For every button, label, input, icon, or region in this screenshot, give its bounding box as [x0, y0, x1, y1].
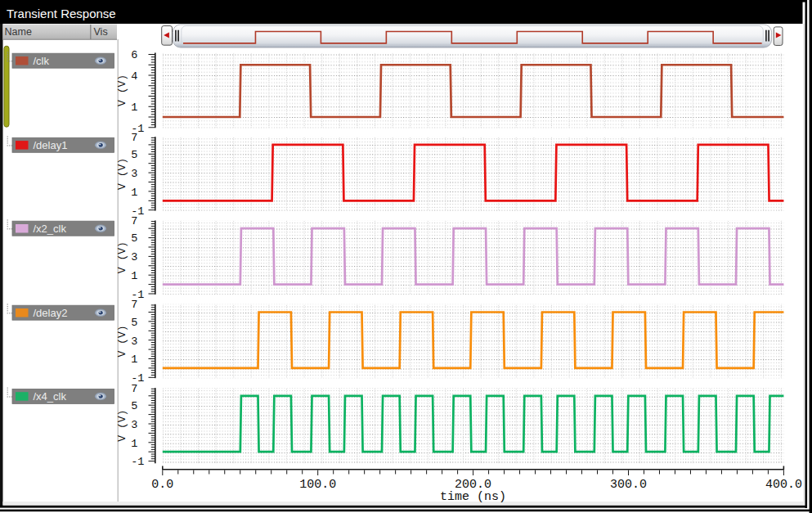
- svg-text:7: 7: [131, 215, 137, 227]
- svg-text:1: 1: [131, 438, 137, 450]
- svg-text:V (V): V (V): [116, 158, 128, 190]
- svg-text:7: 7: [131, 132, 137, 144]
- svg-text:1: 1: [131, 270, 137, 282]
- svg-text:7: 7: [131, 383, 137, 395]
- svg-text:/delay1: /delay1: [34, 139, 68, 151]
- svg-text:3: 3: [131, 251, 137, 263]
- svg-text:5: 5: [131, 400, 137, 412]
- svg-text:/x2_clk: /x2_clk: [34, 223, 67, 235]
- svg-text:V (V): V (V): [116, 241, 128, 273]
- svg-text:V (V): V (V): [116, 325, 128, 357]
- svg-text:3: 3: [131, 335, 137, 348]
- svg-text:3: 3: [131, 168, 137, 180]
- svg-text:300.0: 300.0: [610, 478, 647, 492]
- svg-text:400.0: 400.0: [765, 478, 802, 492]
- svg-text:V (V): V (V): [116, 74, 128, 106]
- svg-text:1: 1: [131, 187, 137, 199]
- svg-text:time (ns): time (ns): [440, 490, 506, 504]
- svg-text:Vis: Vis: [94, 26, 108, 38]
- svg-text:7: 7: [131, 299, 137, 311]
- svg-text:0.0: 0.0: [151, 478, 173, 492]
- svg-text:5: 5: [131, 149, 137, 161]
- svg-text:-1: -1: [131, 456, 144, 468]
- svg-text:/delay2: /delay2: [34, 307, 68, 319]
- svg-text:Transient Response: Transient Response: [7, 7, 116, 20]
- svg-text:Name: Name: [5, 26, 32, 38]
- svg-text:5: 5: [131, 317, 137, 329]
- svg-text:5: 5: [131, 232, 137, 245]
- svg-text:3: 3: [131, 419, 137, 431]
- svg-text:100.0: 100.0: [299, 478, 336, 492]
- svg-text:V (V): V (V): [116, 410, 128, 442]
- svg-text:/clk: /clk: [34, 55, 50, 67]
- svg-text:6: 6: [131, 49, 137, 61]
- svg-text:4: 4: [131, 70, 137, 83]
- svg-text:1: 1: [131, 101, 137, 114]
- svg-text:1: 1: [131, 353, 137, 366]
- svg-text:/x4_clk: /x4_clk: [34, 390, 67, 403]
